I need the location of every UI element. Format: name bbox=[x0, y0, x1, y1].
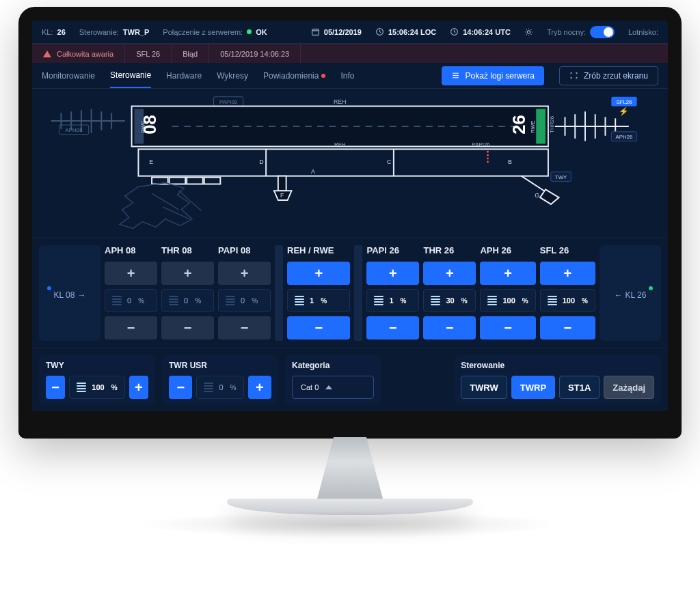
svg-point-20 bbox=[487, 151, 489, 153]
tab-info[interactable]: Info bbox=[340, 64, 354, 87]
tab-powiadomienia[interactable]: Powiadomienia bbox=[263, 64, 325, 87]
papi26-plus-button[interactable]: + bbox=[366, 262, 419, 285]
col-sfl26: SFL 26 + 100% − bbox=[540, 245, 595, 341]
map-label-rwe-right: RWE bbox=[530, 121, 536, 133]
night-mode-label: Tryb nocny: bbox=[547, 28, 586, 36]
screenshot-button[interactable]: Zrób zrzut ekranu bbox=[559, 66, 658, 85]
map-label-reh-mid: REH bbox=[334, 141, 346, 148]
chip-st1a[interactable]: ST1A bbox=[559, 376, 600, 399]
panel-twrusr: TWR USR − 0% + bbox=[162, 355, 278, 404]
aph26-plus-button[interactable]: + bbox=[480, 262, 535, 285]
twrusr-plus-button[interactable]: + bbox=[248, 376, 271, 399]
twy-plus-button[interactable]: + bbox=[129, 376, 148, 399]
svg-rect-31 bbox=[187, 178, 203, 184]
sfl26-minus-button[interactable]: − bbox=[540, 316, 595, 339]
papi26-minus-button[interactable]: − bbox=[366, 316, 419, 339]
rehrwe-value: 1% bbox=[287, 289, 350, 312]
sterowanie-label: Sterowanie bbox=[461, 361, 654, 370]
svg-text:G: G bbox=[535, 192, 539, 199]
col-papi26: PAPI 26 + 1% − bbox=[366, 245, 419, 341]
twy-value: 100% bbox=[69, 376, 124, 399]
svg-rect-30 bbox=[170, 178, 186, 184]
aph08-minus-button[interactable]: − bbox=[105, 316, 157, 339]
aph26-minus-button[interactable]: − bbox=[480, 316, 535, 339]
thr08-minus-button[interactable]: − bbox=[161, 316, 214, 339]
map-label-twy: TWY bbox=[555, 174, 567, 180]
svg-rect-32 bbox=[204, 178, 221, 184]
papi08-minus-button[interactable]: − bbox=[218, 316, 271, 339]
rehrwe-plus-button[interactable]: + bbox=[287, 262, 350, 285]
panel-sterowanie: Sterowanie TWRW TWRP ST1A Zażądaj bbox=[454, 355, 661, 404]
papi08-plus-button[interactable]: + bbox=[218, 262, 271, 285]
alert-message[interactable]: Całkowita awaria bbox=[32, 44, 125, 63]
title-aph26: APH 26 bbox=[480, 245, 535, 258]
alert-bar: Całkowita awaria SFL 26 Błąd 05/12/2019 … bbox=[32, 44, 668, 63]
night-mode-toggle[interactable] bbox=[590, 26, 615, 38]
tab-powiadomienia-label: Powiadomienia bbox=[263, 71, 319, 81]
kl08-label: KL 08 bbox=[54, 290, 86, 300]
app-screen: KL: 26 Sterowanie: TWR_P Połączenie z se… bbox=[32, 20, 668, 411]
svg-point-23 bbox=[487, 161, 489, 163]
warning-icon bbox=[43, 51, 51, 57]
kl26-side-card[interactable]: KL 26 bbox=[600, 245, 661, 341]
monitor-stand-neck bbox=[309, 437, 391, 499]
col-thr08: THR 08 + 0% − bbox=[161, 245, 214, 341]
tab-monitorowanie[interactable]: Monitorowanie bbox=[42, 64, 95, 87]
map-label-papi08: PAPI08 bbox=[219, 99, 238, 105]
title-sfl26: SFL 26 bbox=[540, 245, 595, 258]
chevron-up-icon bbox=[325, 385, 332, 389]
category-select[interactable]: Cat 0 bbox=[292, 376, 374, 399]
alert-text: Całkowita awaria bbox=[57, 50, 113, 58]
thr26-minus-button[interactable]: − bbox=[423, 316, 476, 339]
map-rwy-08: 08 bbox=[140, 115, 159, 134]
title-thr08: THR 08 bbox=[161, 245, 214, 258]
thr08-value: 0% bbox=[161, 289, 214, 312]
svg-text:D: D bbox=[259, 158, 263, 165]
control-value: TWR_P bbox=[123, 28, 150, 36]
twrusr-minus-button[interactable]: − bbox=[169, 376, 192, 399]
category-label: Kategoria bbox=[292, 361, 374, 370]
notification-dot-icon bbox=[321, 74, 325, 78]
brightness-icon[interactable] bbox=[524, 27, 533, 36]
calendar-icon bbox=[311, 27, 320, 36]
twrusr-label: TWR USR bbox=[169, 361, 271, 370]
control-status: Sterowanie: TWR_P bbox=[79, 28, 150, 36]
svg-rect-0 bbox=[312, 29, 319, 36]
svg-rect-13 bbox=[132, 106, 548, 146]
svg-marker-37 bbox=[540, 189, 559, 204]
tab-wykresy[interactable]: Wykresy bbox=[217, 64, 248, 87]
svg-text:⚡: ⚡ bbox=[619, 107, 629, 116]
chip-twrp[interactable]: TWRP bbox=[511, 376, 555, 399]
rehrwe-minus-button[interactable]: − bbox=[287, 316, 350, 339]
sfl26-value: 100% bbox=[540, 289, 595, 312]
map-label-reh-top: REH bbox=[334, 98, 347, 105]
tab-sterowanie[interactable]: Sterowanie bbox=[110, 64, 151, 88]
kl08-side-card[interactable]: KL 08 bbox=[39, 245, 100, 341]
tab-hardware[interactable]: Hardware bbox=[166, 64, 202, 87]
svg-text:A: A bbox=[311, 168, 315, 175]
bottom-panels: TWY − 100% + TWR USR − 0% + Kategoria Ca… bbox=[32, 348, 668, 411]
alert-timestamp: 05/12/2019 14:06:23 bbox=[209, 44, 301, 63]
show-server-logs-button[interactable]: Pokaż logi serwera bbox=[442, 66, 544, 85]
alert-status: Błąd bbox=[172, 44, 209, 63]
request-button[interactable]: Zażądaj bbox=[604, 376, 654, 399]
conn-value: OK bbox=[256, 28, 267, 36]
thr08-plus-button[interactable]: + bbox=[161, 262, 214, 285]
runway-map[interactable]: APH08 PAPI08 RWE 08 RWE 26 THR26 REH REH… bbox=[38, 92, 662, 235]
tab-bar: Monitorowanie Sterowanie Hardware Wykres… bbox=[32, 63, 668, 89]
map-label-sfl26: SFL26 bbox=[616, 99, 632, 105]
list-icon bbox=[451, 71, 460, 80]
airport-label: Lotnisko: bbox=[628, 28, 658, 36]
logs-button-label: Pokaż logi serwera bbox=[466, 71, 535, 81]
aph08-plus-button[interactable]: + bbox=[105, 262, 157, 285]
twy-minus-button[interactable]: − bbox=[46, 376, 65, 399]
papi08-value: 0% bbox=[218, 289, 271, 312]
sfl26-plus-button[interactable]: + bbox=[540, 262, 595, 285]
control-label: Sterowanie: bbox=[79, 28, 119, 36]
col-papi08: PAPI 08 + 0% − bbox=[218, 245, 271, 341]
svg-text:B: B bbox=[508, 158, 512, 165]
thr26-plus-button[interactable]: + bbox=[423, 262, 476, 285]
chip-twrw[interactable]: TWRW bbox=[461, 376, 507, 399]
svg-point-3 bbox=[527, 30, 530, 33]
kl-label: KL: bbox=[42, 28, 53, 36]
